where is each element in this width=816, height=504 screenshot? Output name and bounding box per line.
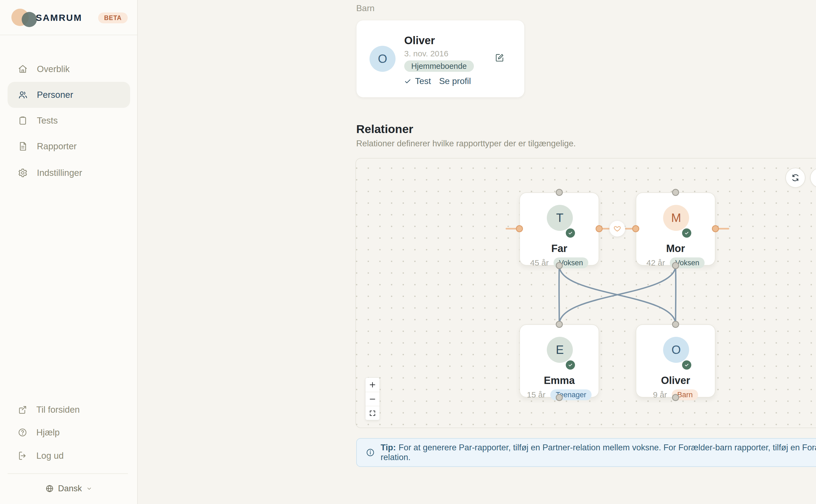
- edge-mor-oliver: [676, 266, 676, 324]
- port-mor-bottom[interactable]: [672, 262, 679, 269]
- avatar: O: [663, 337, 689, 363]
- footer-item-label: Log ud: [36, 451, 64, 461]
- home-icon: [18, 64, 28, 74]
- sidebar-item-label: Overblik: [37, 64, 70, 74]
- port-oliver-bottom[interactable]: [672, 394, 679, 401]
- edit-person-icon[interactable]: [495, 53, 504, 62]
- se-profil-link[interactable]: Se profil: [439, 76, 471, 86]
- beta-badge: BETA: [98, 12, 128, 23]
- verified-check-icon: [682, 228, 691, 238]
- person-name: Oliver: [404, 34, 435, 47]
- external-link-icon: [18, 405, 27, 414]
- port-mor-left[interactable]: [632, 225, 639, 232]
- node-age: 42 år: [647, 258, 665, 267]
- footer-item-label: Hjælp: [36, 427, 60, 438]
- section-label-barn: Barn: [356, 3, 375, 13]
- person-node-oliver[interactable]: O Oliver 9 år Barn: [636, 324, 715, 398]
- sidebar-item-overblik[interactable]: Overblik: [8, 56, 130, 82]
- gear-icon: [18, 168, 28, 178]
- sidebar-item-til-forsiden[interactable]: Til forsiden: [8, 398, 130, 421]
- footer-item-label: Til forsiden: [36, 405, 80, 415]
- node-name: Far: [520, 243, 599, 254]
- port-oliver-top[interactable]: [672, 321, 679, 328]
- sidebar-item-indstillinger[interactable]: Indstillinger: [8, 160, 130, 186]
- zoom-out-button[interactable]: [365, 392, 379, 406]
- sidebar: SAMRUM BETA Overblik Personer Tests Ra: [0, 0, 138, 504]
- partner-heart-icon[interactable]: [610, 221, 625, 237]
- verified-check-icon: [566, 360, 575, 370]
- avatar: M: [663, 205, 689, 231]
- node-name: Oliver: [636, 375, 715, 386]
- port-far-right[interactable]: [596, 225, 603, 232]
- main-content: Barn O Oliver 3. nov. 2016 Hjemmeboende …: [138, 0, 816, 504]
- sidebar-item-rapporter[interactable]: Rapporter: [8, 133, 130, 159]
- test-link[interactable]: Test: [415, 76, 431, 86]
- avatar: T: [547, 205, 573, 231]
- canvas-zoom-controls: [365, 377, 380, 420]
- node-age: 9 år: [653, 390, 667, 399]
- port-far-left[interactable]: [516, 225, 523, 232]
- help-icon: [18, 428, 27, 437]
- sidebar-item-tests[interactable]: Tests: [8, 108, 130, 134]
- fullscreen-icon: [369, 410, 376, 417]
- info-icon: [366, 448, 375, 457]
- language-selector[interactable]: Dansk: [0, 480, 138, 497]
- language-label: Dansk: [58, 484, 82, 493]
- check-icon: [404, 78, 411, 85]
- port-far-top[interactable]: [556, 189, 563, 196]
- logo-circle-teal: [22, 12, 37, 27]
- person-node-far[interactable]: T Far 45 år Voksen: [520, 192, 599, 266]
- node-age: 45 år: [530, 258, 549, 267]
- tip-label: Tip:: [380, 443, 396, 452]
- minus-icon: [369, 396, 376, 403]
- logout-icon: [18, 451, 27, 460]
- sidebar-item-log-ud[interactable]: Log ud: [8, 444, 130, 467]
- sidebar-divider: [8, 473, 128, 474]
- report-icon: [18, 141, 28, 151]
- refresh-layout-button[interactable]: [785, 168, 805, 188]
- avatar: O: [369, 46, 395, 72]
- sidebar-item-hjaelp[interactable]: Hjælp: [8, 421, 130, 444]
- globe-icon: [46, 484, 54, 493]
- edge-mor-emma: [559, 266, 676, 324]
- person-dob: 3. nov. 2016: [404, 49, 449, 58]
- port-far-bottom[interactable]: [556, 262, 563, 269]
- port-mor-top[interactable]: [672, 189, 679, 196]
- plus-icon: [369, 381, 376, 388]
- relations-subtitle: Relationer definerer hvilke rapporttyper…: [356, 139, 576, 148]
- clipboard-icon: [18, 116, 28, 125]
- sidebar-item-label: Rapporter: [37, 141, 77, 151]
- sidebar-item-personer[interactable]: Personer: [8, 82, 130, 108]
- verified-check-icon: [566, 228, 575, 238]
- relation-canvas[interactable]: T Far 45 år Voksen M Mor 42 år Voksen E: [355, 158, 816, 428]
- port-mor-right[interactable]: [712, 225, 719, 232]
- edge-far-emma: [559, 266, 559, 324]
- person-links: Test Se profil: [404, 76, 471, 86]
- port-emma-top[interactable]: [556, 321, 563, 328]
- sidebar-item-label: Indstillinger: [37, 168, 82, 178]
- sidebar-item-label: Tests: [37, 115, 58, 126]
- samrum-logo-icon: [11, 8, 33, 28]
- chevron-down-icon: [86, 486, 92, 492]
- brand-name: SAMRUM: [36, 0, 82, 35]
- avatar: E: [547, 337, 573, 363]
- users-icon: [18, 90, 28, 100]
- person-node-mor[interactable]: M Mor 42 år Voksen: [636, 192, 715, 266]
- fit-view-button[interactable]: [365, 406, 379, 420]
- tip-banner: Tip:For at generere Par-rapporter, tilfø…: [356, 438, 816, 467]
- person-node-emma[interactable]: E Emma 15 år Teenager: [520, 324, 599, 398]
- refresh-icon: [791, 174, 799, 182]
- zoom-in-button[interactable]: [365, 378, 379, 392]
- verified-check-icon: [682, 360, 691, 370]
- status-badge: Hjemmeboende: [404, 60, 474, 72]
- port-emma-bottom[interactable]: [556, 394, 563, 401]
- node-name: Emma: [520, 375, 599, 386]
- relations-title: Relationer: [356, 122, 413, 136]
- sidebar-item-label: Personer: [37, 90, 73, 100]
- node-name: Mor: [636, 243, 715, 254]
- tip-text: For at generere Par-rapporter, tilføj en…: [380, 443, 816, 462]
- person-card: O Oliver 3. nov. 2016 Hjemmeboende Test …: [356, 20, 525, 98]
- logo-row: SAMRUM BETA: [0, 0, 137, 35]
- node-age: 15 år: [527, 390, 546, 399]
